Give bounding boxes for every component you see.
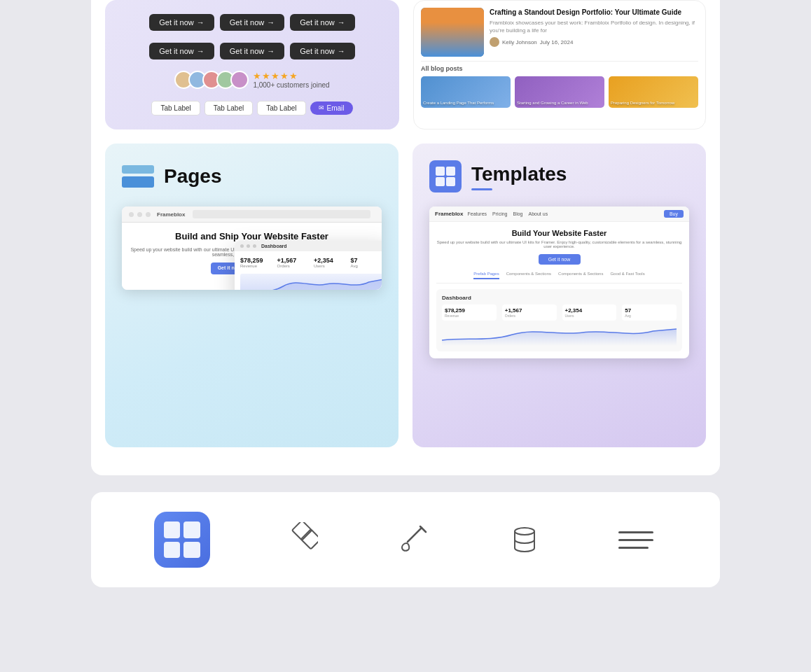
dash-stat-val-2: +1,567 (277, 257, 310, 264)
get-it-now-button-3[interactable]: Get it now (290, 14, 355, 31)
templates-icon (429, 160, 462, 192)
template-sub: Speed up your website build with our ult… (436, 240, 682, 248)
template-dashboard: Dashboard $78,259 Revenue +1,567 Orders (436, 289, 682, 351)
pages-title: Pages (164, 165, 222, 188)
card-top-right: Crafting a Standout Design Portfolio: Yo… (413, 0, 706, 130)
diamond-icon (283, 522, 318, 557)
pages-content: Frameblox Build and Ship Your Website Fa… (122, 206, 382, 430)
svg-rect-2 (436, 177, 445, 186)
blog-thumbnails: Create a Landing Page That Performs Star… (421, 76, 698, 108)
post-date: July 16, 2024 (540, 39, 574, 46)
dash-stat-1: $78,259 Revenue (240, 257, 273, 268)
dash-body: $78,259 Revenue +1,567 Orders (235, 251, 382, 290)
diamond-icon-container[interactable] (279, 519, 321, 561)
get-it-now-button-4[interactable]: Get it now (149, 43, 214, 59)
author-avatar (490, 37, 499, 47)
blog-thumb-2[interactable]: Starting and Growing a Career in Web (515, 76, 604, 108)
nav-items: Features Pricing Blog About us (467, 211, 548, 216)
browser-url-bar (193, 210, 370, 218)
card-templates: Templates Frameblox Features Pricing Blo… (413, 144, 706, 447)
template-stat-val-2: +1,567 (505, 307, 554, 314)
template-tab-1[interactable]: Prefab Pages (473, 272, 499, 279)
browser-dot-3 (146, 212, 151, 217)
template-tabs: Prefab Pages Components & Sections Compo… (436, 272, 682, 284)
template-body: Build Your Website Faster Speed up your … (429, 222, 689, 358)
tab-label-3[interactable]: Tab Label (257, 101, 305, 115)
svg-rect-3 (446, 177, 455, 186)
menu-line-1 (618, 531, 653, 533)
dash-stat-2: +1,567 Orders (277, 257, 310, 268)
btn-row-1: Get it now Get it now Get it now (149, 14, 355, 31)
blog-hero: Crafting a Standout Design Portfolio: Yo… (421, 8, 698, 57)
nav-item-1: Features (467, 211, 487, 216)
template-tab-2[interactable]: Components & Sections (506, 272, 551, 279)
pages-icon (122, 160, 154, 192)
avatars (174, 71, 249, 89)
get-it-now-button-5[interactable]: Get it now (220, 43, 285, 59)
dash-dot-2 (247, 244, 250, 248)
templates-title: Templates (471, 163, 567, 186)
template-tab-4[interactable]: Good & Fast Tools (610, 272, 644, 279)
dash-stat-lbl-3: Users (314, 264, 347, 268)
template-stat-lbl-3: Users (565, 314, 614, 318)
pages-browser-mockup: Frameblox Build and Ship Your Website Fa… (122, 206, 382, 290)
dash-chart (240, 274, 382, 290)
card-pages: Pages Frameblox Build and Ship Yo (105, 144, 398, 447)
brush-icon-container[interactable] (391, 519, 434, 561)
thumb-label-1: Create a Landing Page That Performs (423, 101, 494, 106)
svg-line-6 (408, 528, 422, 542)
get-it-now-button-6[interactable]: Get it now (290, 43, 355, 59)
social-row: ★★★★★ 1,000+ customers joined (174, 71, 329, 89)
menu-line-3 (618, 547, 649, 549)
templates-title-col: Templates (471, 163, 567, 190)
tab-label-2[interactable]: Tab Label (205, 101, 253, 115)
grid-icon-box[interactable] (154, 512, 210, 568)
blog-person-image (421, 8, 484, 57)
template-stat-val-4: 57 (625, 307, 674, 314)
get-it-now-button-1[interactable]: Get it now (149, 14, 214, 31)
dash-dot-3 (253, 244, 256, 248)
blog-posts-label: All blog posts (421, 61, 698, 72)
title-underline (471, 188, 492, 190)
nav-item-3: Blog (513, 211, 523, 216)
grid-cell-1 (164, 522, 181, 538)
dash-stats: $78,259 Revenue +1,567 Orders (240, 257, 382, 268)
author-name: Kelly Johnson (502, 39, 537, 46)
menu-icon-container[interactable] (615, 519, 657, 561)
template-dash-title: Dashboard (442, 295, 677, 301)
template-nav-cta[interactable]: Buy (664, 210, 684, 218)
blog-thumb-1[interactable]: Create a Landing Page That Performs (421, 76, 511, 108)
star-rating: ★★★★★ (253, 71, 329, 81)
template-stat-lbl-4: Avg (625, 314, 674, 318)
svg-rect-0 (436, 167, 445, 176)
svg-rect-1 (446, 167, 455, 176)
get-it-now-button-2[interactable]: Get it now (220, 14, 285, 31)
template-stat-lbl-2: Orders (505, 314, 554, 318)
blog-hero-image (421, 8, 484, 57)
blog-meta: Frambloix showcases your best work: Fram… (490, 19, 698, 34)
template-stat-1: $78,259 Revenue (442, 304, 497, 321)
dash-stat-val-4: $7 (351, 257, 382, 264)
thumb-label-2: Starting and Growing a Career in Web (517, 101, 588, 106)
template-cta-button[interactable]: Get it now (539, 254, 581, 265)
menu-icon (618, 522, 653, 557)
main-container: Get it now Get it now Get it now Get it … (0, 0, 811, 672)
bottom-row: Pages Frameblox Build and Ship Yo (91, 144, 720, 447)
template-tab-3[interactable]: Components & Sections (558, 272, 603, 279)
browser-dot-1 (129, 212, 134, 217)
btn-row-2: Get it now Get it now Get it now (149, 43, 355, 59)
template-hero-text: Build Your Website Faster (436, 229, 682, 237)
template-stat-2: +1,567 Orders (502, 304, 557, 321)
grid-icon (164, 522, 200, 558)
blog-thumb-3[interactable]: Preparing Designers for Tomorrow (609, 76, 698, 108)
brush-icon (395, 522, 430, 557)
templates-card-header: Templates (429, 160, 689, 192)
blog-author: Kelly Johnson July 16, 2024 (490, 37, 698, 47)
grid-cell-3 (164, 542, 181, 559)
nav-item-2: Pricing (492, 211, 507, 216)
customers-count: 1,000+ customers joined (253, 81, 329, 89)
tab-label-1[interactable]: Tab Label (151, 101, 200, 115)
nav-item-4: About us (529, 211, 548, 216)
database-icon-container[interactable] (504, 519, 546, 561)
browser-body: Build and Ship Your Website Faster Speed… (122, 223, 382, 290)
